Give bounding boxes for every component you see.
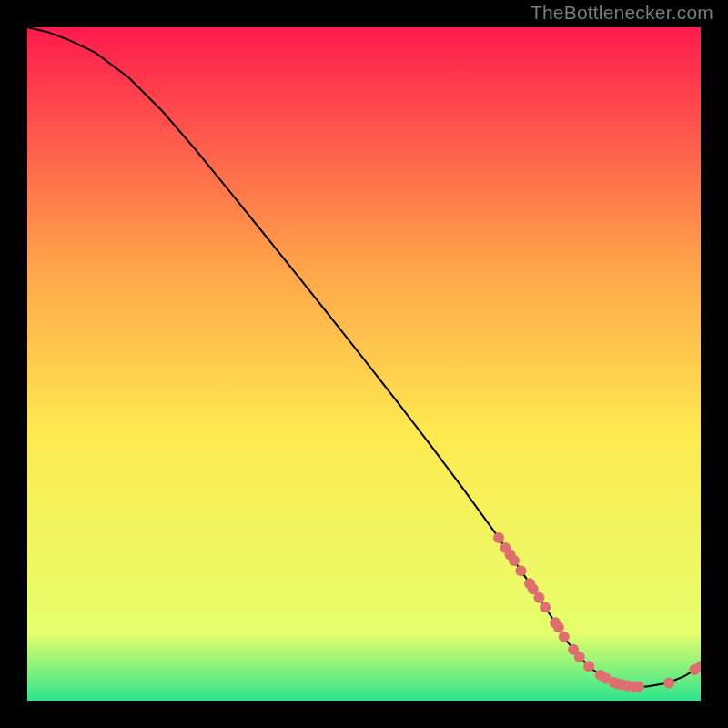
data-marker	[559, 632, 570, 642]
chart-frame: TheBottlenecker.com	[0, 0, 728, 728]
data-marker	[509, 555, 520, 566]
data-marker	[493, 532, 504, 543]
data-marker	[633, 681, 644, 692]
gradient-background	[27, 27, 701, 701]
data-marker	[663, 677, 674, 688]
data-marker	[553, 622, 564, 632]
attribution-text: TheBottlenecker.com	[531, 2, 713, 24]
data-marker	[574, 652, 585, 662]
data-marker	[583, 661, 594, 672]
bottleneck-chart	[27, 27, 701, 701]
data-marker	[533, 592, 544, 603]
data-marker	[515, 565, 526, 576]
data-marker	[540, 602, 551, 612]
